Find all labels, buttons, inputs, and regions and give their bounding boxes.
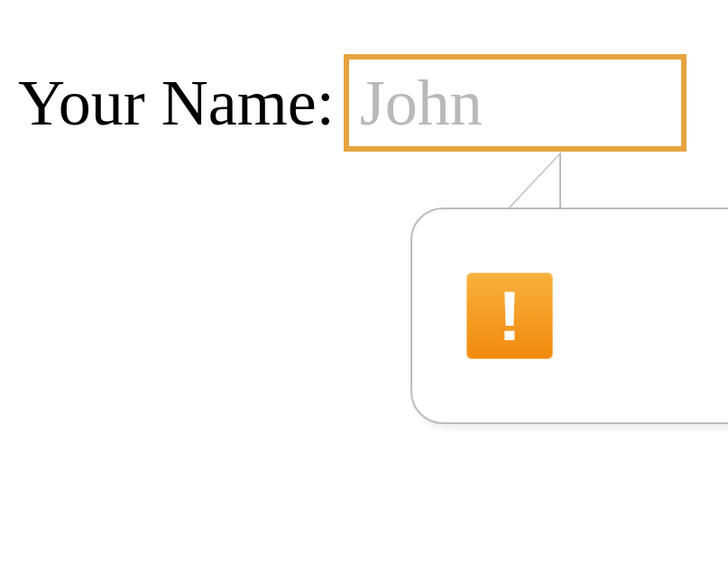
name-form-row: Your Name: [18,54,687,152]
validation-tooltip: ! [410,208,728,424]
name-input[interactable] [344,54,687,152]
name-label: Your Name: [18,66,335,141]
warning-glyph: ! [498,281,521,351]
warning-icon: ! [466,273,553,359]
